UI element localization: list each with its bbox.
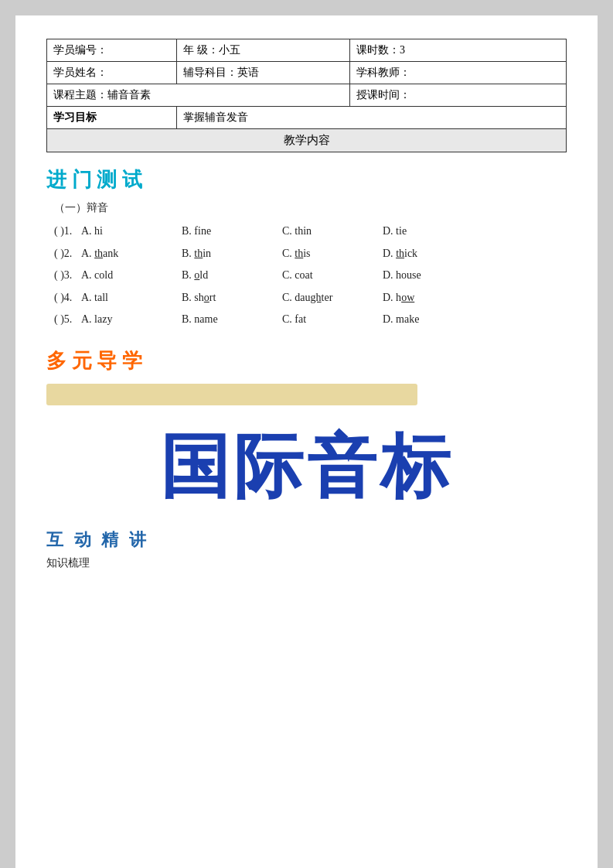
big-chinese-text: 国际音标 bbox=[46, 429, 567, 505]
quiz-opt-3d: D. house bbox=[383, 265, 483, 286]
quiz-opt-1b: B. fine bbox=[182, 221, 282, 242]
quiz-opt-2a: A. thank bbox=[81, 244, 182, 265]
big-text-block: 国际音标 bbox=[46, 429, 567, 505]
quiz-opt-4d: D. how bbox=[383, 288, 483, 309]
student-name-label: 学员姓名： bbox=[47, 62, 177, 84]
quiz-row-4: ( )4. A. tall B. short C. daughter D. ho… bbox=[54, 288, 567, 309]
quiz-num-4: ( )4. bbox=[54, 288, 81, 309]
quiz-opt-1a: A. hi bbox=[81, 221, 182, 242]
quiz-opt-3b: B. old bbox=[182, 265, 282, 286]
learning-goal-label: 学习目标 bbox=[47, 107, 177, 129]
quiz-opt-1d: D. tie bbox=[383, 221, 483, 242]
quiz-opt-2b: B. thin bbox=[182, 244, 282, 265]
yellow-highlight-bar bbox=[46, 384, 417, 405]
quiz-row-2: ( )2. A. thank B. thin C. this D. thick bbox=[54, 244, 567, 265]
quiz-opt-3c: C. coat bbox=[282, 265, 383, 286]
quiz-opt-5b: B. name bbox=[182, 309, 282, 330]
class-time-cell: 授课时间： bbox=[350, 84, 567, 107]
page: 学员编号： 年 级：小五 课时数：3 学员姓名： 辅导科目：英语 学科教师： 课… bbox=[15, 15, 598, 868]
quiz-num-5: ( )5. bbox=[54, 309, 81, 330]
quiz-opt-2c: C. this bbox=[282, 244, 383, 265]
quiz-opt-4c: C. daughter bbox=[282, 288, 383, 309]
quiz-row-3: ( )3. A. cold B. old C. coat D. house bbox=[54, 265, 567, 286]
learning-goal-value: 掌握辅音发音 bbox=[177, 107, 567, 129]
quiz-num-1: ( )1. bbox=[54, 221, 81, 242]
multi-guide-title: 多 元 导 学 bbox=[46, 347, 567, 374]
quiz-opt-5d: D. make bbox=[383, 309, 483, 330]
teacher-cell: 学科教师： bbox=[350, 62, 567, 84]
quiz-opt-4b: B. short bbox=[182, 288, 282, 309]
quiz-opt-4a: A. tall bbox=[81, 288, 182, 309]
quiz-opt-3a: A. cold bbox=[81, 265, 182, 286]
knowledge-label: 知识梳理 bbox=[46, 556, 567, 570]
quiz-num-2: ( )2. bbox=[54, 244, 81, 265]
interactive-title: 互 动 精 讲 bbox=[46, 528, 567, 552]
hours-cell: 课时数：3 bbox=[350, 39, 567, 62]
quiz-row-5: ( )5. A. lazy B. name C. fat D. make bbox=[54, 309, 567, 330]
enter-test-title: 进 门 测 试 bbox=[46, 166, 567, 193]
quiz-opt-5c: C. fat bbox=[282, 309, 383, 330]
header-table: 学员编号： 年 级：小五 课时数：3 学员姓名： 辅导科目：英语 学科教师： 课… bbox=[46, 39, 567, 152]
quiz-opt-1c: C. thin bbox=[282, 221, 383, 242]
quiz-opt-2d: D. thick bbox=[383, 244, 483, 265]
sub-section-label: （一）辩音 bbox=[54, 201, 567, 215]
quiz-num-3: ( )3. bbox=[54, 265, 81, 286]
grade-cell: 年 级：小五 bbox=[177, 39, 350, 62]
student-id-label: 学员编号： bbox=[47, 39, 177, 62]
tutoring-subject-cell: 辅导科目：英语 bbox=[177, 62, 350, 84]
quiz-row-1: ( )1. A. hi B. fine C. thin D. tie bbox=[54, 221, 567, 242]
teaching-content-label: 教学内容 bbox=[47, 129, 567, 152]
quiz-opt-5a: A. lazy bbox=[81, 309, 182, 330]
course-theme-cell: 课程主题：辅音音素 bbox=[47, 84, 350, 107]
quiz-section: ( )1. A. hi B. fine C. thin D. tie ( )2.… bbox=[54, 221, 567, 330]
